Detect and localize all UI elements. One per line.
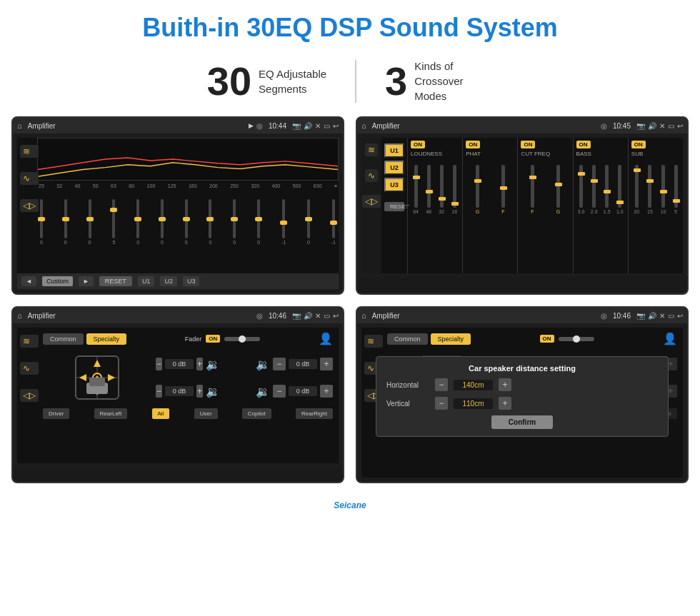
eq-slider-12[interactable]: 0: [307, 199, 310, 245]
eq-slider-1[interactable]: 0: [40, 199, 43, 245]
fader-track-4[interactable]: [559, 337, 594, 341]
common-tab-4[interactable]: Common: [387, 333, 428, 345]
user-btn[interactable]: User: [194, 408, 218, 419]
home-icon-3[interactable]: ⌂: [17, 311, 22, 320]
home-icon[interactable]: ⌂: [17, 121, 22, 130]
wave-icon-3[interactable]: ∿: [20, 362, 39, 375]
custom-button[interactable]: Custom: [42, 276, 73, 286]
rr-plus[interactable]: +: [320, 385, 333, 398]
close-icon[interactable]: ✕: [315, 122, 321, 130]
copilot-btn[interactable]: Copilot: [242, 408, 271, 419]
eq-slider-10[interactable]: 0: [257, 199, 260, 245]
eq-slider-11[interactable]: -1: [281, 199, 286, 245]
home-icon-2[interactable]: ⌂: [361, 121, 366, 130]
filter-icon-2[interactable]: ≋: [365, 143, 378, 156]
camera-icon: 📷: [292, 122, 301, 130]
eq-slider-9[interactable]: 0: [233, 199, 236, 245]
eq-filter-icon[interactable]: ≋: [20, 145, 39, 158]
horizontal-minus[interactable]: −: [435, 378, 448, 391]
reset-btn-2[interactable]: RESET: [384, 202, 404, 211]
screen1-body: ≋ ∿ ◁▷ 25 32 40 50: [13, 133, 343, 293]
play-button[interactable]: ►: [79, 276, 94, 286]
u1-button[interactable]: U1: [138, 276, 155, 286]
u3-btn[interactable]: U3: [384, 178, 404, 192]
u1-btn[interactable]: U1: [384, 143, 404, 158]
screen4-content: Common Specialty ON 👤 − 0 dB +: [381, 328, 683, 422]
confirm-button[interactable]: Confirm: [491, 415, 553, 429]
back-icon[interactable]: ↩: [333, 122, 339, 130]
freq-32: 32: [56, 183, 62, 188]
u-buttons-col: U1 U2 U3 RESET: [381, 138, 407, 273]
driver-btn[interactable]: Driver: [43, 408, 69, 419]
back-icon-3[interactable]: ↩: [333, 312, 339, 320]
vertical-plus[interactable]: +: [499, 397, 511, 410]
eq-slider-4[interactable]: 5: [112, 199, 115, 245]
eq-slider-2[interactable]: 0: [64, 199, 67, 245]
freq-80: 80: [129, 183, 134, 188]
eq-volume-icon[interactable]: ◁▷: [20, 199, 39, 212]
specialty-tab-4[interactable]: Specialty: [431, 333, 471, 345]
rr-db-val: 0 dB: [289, 386, 317, 396]
u3-button[interactable]: U3: [183, 276, 200, 286]
panel-sub: ON SUB 20 15 10 5: [628, 138, 683, 273]
volume-icon-2b[interactable]: ◁▷: [362, 195, 381, 208]
eq-slider-3[interactable]: 0: [89, 199, 91, 245]
common-tab-3[interactable]: Common: [43, 333, 84, 345]
freq-100: 100: [147, 183, 156, 188]
eq-slider-8[interactable]: 0: [209, 199, 211, 245]
rearright-btn[interactable]: RearRight: [296, 408, 333, 419]
specialty-top-4: Common Specialty ON 👤: [381, 328, 683, 350]
fr-minus[interactable]: −: [273, 358, 286, 370]
specialty-tab-3[interactable]: Specialty: [86, 333, 127, 345]
on-badge-loudness[interactable]: ON: [411, 141, 425, 148]
u2-btn[interactable]: U2: [384, 161, 404, 175]
speaker-crosshair[interactable]: [72, 353, 122, 403]
prev-button[interactable]: ◄: [21, 276, 36, 286]
all-btn[interactable]: All: [152, 408, 170, 419]
volume-icon-3b[interactable]: ◁▷: [20, 389, 39, 402]
on-badge-cutfreq[interactable]: ON: [521, 141, 535, 148]
rl-minus[interactable]: −: [156, 385, 162, 398]
eq-slider-5[interactable]: 0: [136, 199, 139, 245]
back-icon-2[interactable]: ↩: [677, 122, 683, 130]
on-badge-phat[interactable]: ON: [466, 141, 480, 148]
topbar-icons-2: ◎ 10:45 📷 🔊 ✕ ▭ ↩: [601, 122, 683, 130]
filter-icon-4[interactable]: ≋: [364, 335, 383, 348]
record-icon: ▶: [249, 122, 254, 129]
fr-plus[interactable]: +: [320, 358, 333, 370]
back-icon-4[interactable]: ↩: [677, 312, 683, 320]
close-icon-2[interactable]: ✕: [659, 122, 665, 130]
fl-minus[interactable]: −: [156, 358, 162, 370]
rearleft-btn[interactable]: RearLeft: [94, 408, 128, 419]
rr-minus[interactable]: −: [273, 385, 286, 398]
expand-icon[interactable]: »: [334, 183, 337, 188]
dialog-title: Car speaker distance setting: [386, 364, 658, 373]
eq-slider-6[interactable]: 0: [161, 199, 164, 245]
on-badge-bass[interactable]: ON: [576, 141, 591, 148]
location-icon-4: ◎: [601, 312, 607, 320]
crossover-panels: ON LOUDNESS 64 48 32 16: [407, 138, 683, 273]
eq-main: 25 32 40 50 63 80 100 125 160 200 250 32…: [37, 138, 339, 273]
eq-slider-13[interactable]: -1: [331, 199, 336, 245]
home-icon-4[interactable]: ⌂: [361, 311, 366, 320]
horizontal-plus[interactable]: +: [499, 378, 511, 391]
close-icon-3[interactable]: ✕: [315, 312, 321, 320]
fl-plus[interactable]: +: [196, 358, 203, 370]
eq-wave-icon[interactable]: ∿: [20, 172, 39, 185]
eq-slider-7[interactable]: 0: [185, 199, 188, 245]
on-badge-sub[interactable]: ON: [631, 141, 646, 148]
freq-200: 200: [209, 183, 218, 188]
u2-button[interactable]: U2: [160, 276, 177, 286]
freq-125: 125: [168, 183, 176, 188]
reset-button[interactable]: RESET: [99, 276, 132, 286]
wave-icon-2[interactable]: ∿: [365, 169, 378, 182]
rl-plus[interactable]: +: [196, 385, 203, 398]
vertical-minus[interactable]: −: [435, 397, 448, 410]
fader-track[interactable]: [224, 337, 260, 341]
fader-on-badge-4[interactable]: ON: [540, 335, 554, 343]
fader-on-badge[interactable]: ON: [206, 335, 220, 343]
camera-icon-2: 📷: [636, 122, 645, 130]
close-icon-4[interactable]: ✕: [659, 312, 665, 320]
screen4-title: Amplifier: [369, 312, 598, 320]
filter-icon-3[interactable]: ≋: [20, 335, 39, 348]
